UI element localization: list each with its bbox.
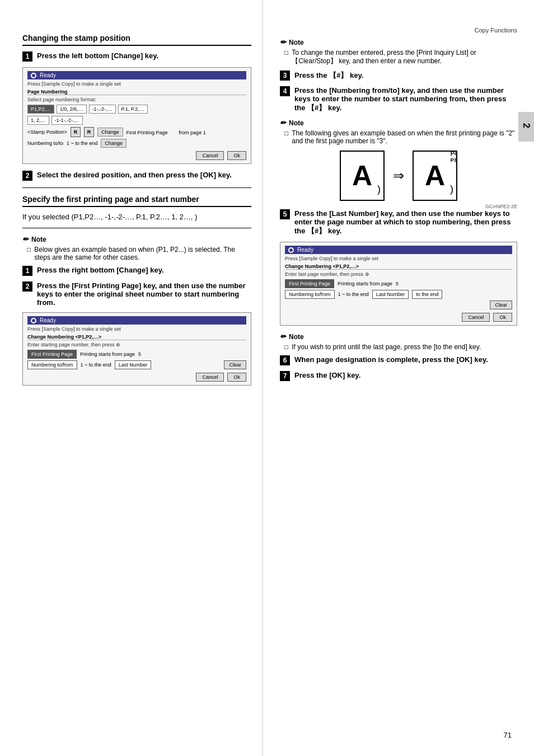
- printing-value: 5: [138, 351, 141, 357]
- note-header-right-2: ✏ Note: [280, 119, 517, 127]
- diagram-caption: GCANPE2-2E: [280, 204, 517, 209]
- page-number: 71: [504, 731, 512, 739]
- last-number-btn[interactable]: Last Number: [115, 360, 152, 369]
- from-page-value: from page 1: [179, 130, 206, 135]
- screen1-sub: Press [Sample Copy] to make a single set: [27, 81, 246, 87]
- divider-1: [22, 187, 251, 188]
- screen3-box: Ready Press [Sample Copy] to make a sing…: [280, 242, 517, 326]
- stamp-r-btn-2[interactable]: R: [84, 127, 94, 137]
- step1-number: 1: [22, 51, 32, 62]
- screen3-printing-label: Printing starts from page: [338, 281, 392, 287]
- ready-bar-2: Ready: [27, 316, 246, 325]
- step5-block: 5 Press the [Last Number] key, and then …: [280, 209, 517, 236]
- format-btn-p1p2[interactable]: P1,P2,…: [27, 105, 54, 114]
- stamp-r-btn-1[interactable]: R: [71, 127, 81, 137]
- screen3-printing-value: 5: [396, 281, 399, 287]
- format-btn-1112[interactable]: -1-1-,-2-,…: [51, 116, 83, 125]
- format-row-2: 1, 2,… -1-1-,-2-,…: [27, 116, 246, 125]
- note-icon-right-3: ✏: [280, 332, 286, 341]
- numbering-btn[interactable]: Numbering to/from: [27, 360, 77, 369]
- screen3-last-number-btn[interactable]: Last Number: [372, 290, 409, 299]
- sec2-step2-block: 2 Press the [First Printing Page] key, a…: [22, 281, 251, 307]
- left-column: Changing the stamp position 1 Press the …: [0, 0, 263, 756]
- stamp-label: <Stamp Position>: [27, 129, 67, 135]
- step6-text: When page designation is complete, press…: [294, 355, 517, 364]
- screen2-numbering-row: Numbering to/from 1 ~ to the end Last Nu…: [27, 360, 246, 369]
- sec2-step1-text: Press the right bottom [Change] key.: [37, 266, 251, 274]
- step4-text: Press the [Numbering from/to] key, and t…: [294, 86, 517, 113]
- format-btn-dash1[interactable]: -1-,-2-,…: [89, 105, 116, 114]
- numbering-range: 1 ~ to the end: [81, 362, 111, 368]
- numbering-info-row: Numbering to/to 1 ~ to the end Change: [27, 139, 246, 148]
- note-block-right-1: ✏ Note To change the number entered, pre…: [280, 38, 517, 66]
- note-item-right-1: To change the number entered, press the …: [280, 49, 517, 66]
- note-item-right-3: If you wish to print until the last page…: [280, 343, 517, 351]
- screen2-label: Change Numbering <P1,P2,…>: [27, 334, 246, 340]
- step3-block: 3 Press the 【#】 key.: [280, 71, 517, 81]
- cancel-btn-1[interactable]: Cancel: [196, 151, 224, 160]
- screen3-first-page-btn[interactable]: First Printing Page: [285, 279, 334, 288]
- step7-num: 7: [280, 371, 290, 381]
- ready-label-2: Ready: [40, 317, 56, 323]
- screen3-to-end-btn[interactable]: to the end: [412, 290, 442, 299]
- step5-num: 5: [280, 209, 290, 219]
- sec2-step1-block: 1 Press the right bottom [Change] key.: [22, 266, 251, 276]
- doc-page-2: A P4P3 ): [413, 151, 457, 201]
- ready-circle-2: [31, 318, 36, 323]
- note-item-right-2: The following gives an example based on …: [280, 129, 517, 145]
- clear-btn-2[interactable]: Clear: [224, 360, 246, 369]
- numbering-label: Numbering to/to: [27, 140, 63, 146]
- step4-num: 4: [280, 86, 290, 96]
- page2-corner: ): [450, 184, 453, 195]
- step2-text: Select the desired position, and then pr…: [37, 171, 251, 179]
- screen1-box: Ready Press [Sample Copy] to make a sing…: [22, 67, 251, 164]
- ok-btn-3[interactable]: Ok: [493, 313, 512, 322]
- stamp-change-btn[interactable]: Change: [97, 128, 123, 137]
- screen3-range: 1 ~ to the end: [338, 292, 369, 297]
- screen2-sub: Press [Sample Copy] to make a single set: [27, 326, 246, 332]
- page1-corner: ): [377, 184, 381, 195]
- divider-2: [22, 228, 251, 228]
- screen3-enter: Enter last page number, then press ⊕: [285, 271, 512, 277]
- step3-num: 3: [280, 71, 290, 81]
- clear-btn-3[interactable]: Clear: [490, 300, 512, 309]
- ready-bar-1: Ready: [27, 71, 246, 79]
- note-icon-right-2: ✏: [280, 119, 286, 127]
- stamp-row: <Stamp Position> R R Change First Printi…: [27, 127, 246, 137]
- chapter-tab: 2: [518, 112, 534, 142]
- note-icon-1: ✏: [22, 235, 29, 243]
- note-label-right-2: Note: [289, 119, 304, 127]
- format-btn-p1p2-dot[interactable]: P.1, P.2,…: [118, 105, 148, 114]
- section-intro: If you selected (P1,P2…, -1-,-2-…, P.1, …: [22, 213, 251, 221]
- step3-text: Press the 【#】 key.: [294, 71, 517, 81]
- format-btn-12[interactable]: 1, 2,…: [27, 116, 49, 125]
- numbering-change-btn[interactable]: Change: [101, 139, 127, 148]
- ok-btn-1[interactable]: Ok: [227, 151, 246, 160]
- cancel-btn-2[interactable]: Cancel: [196, 373, 224, 382]
- from-page-label: First Printing Page: [127, 130, 168, 135]
- note-block-right-3: ✏ Note If you wish to print until the la…: [280, 332, 517, 351]
- ready-circle-1: [31, 73, 36, 78]
- screen3-sub: Press [Sample Copy] to make a single set: [285, 256, 512, 261]
- step6-num: 6: [280, 355, 290, 365]
- ok-cancel-row-1: Cancel Ok: [27, 151, 246, 160]
- section-changing-stamp: Changing the stamp position 1 Press the …: [22, 34, 251, 181]
- numbering-value: 1 ~ to the end: [67, 140, 97, 146]
- screen3-label: Change Numbering <P1,P2,…>: [285, 264, 512, 270]
- first-page-btn[interactable]: First Printing Page: [27, 350, 77, 359]
- note-icon-right-1: ✏: [280, 38, 286, 46]
- note-label-1: Note: [31, 236, 46, 243]
- page-diagram: A ) ⇒ A P4P3 ) GCANPE2-2E: [280, 151, 517, 209]
- screen2-box: Ready Press [Sample Copy] to make a sing…: [22, 312, 251, 386]
- note-label-right-3: Note: [289, 333, 304, 341]
- screen3-numbering-btn[interactable]: Numbering to/from: [285, 290, 335, 299]
- note-item-1: Below gives an example based on when (P1…: [22, 246, 251, 261]
- info-row: First Printing Page from page 1: [127, 130, 206, 135]
- ok-btn-2[interactable]: Ok: [227, 373, 246, 382]
- cancel-btn-3[interactable]: Cancel: [462, 313, 490, 322]
- step1-text: Press the left bottom [Change] key.: [37, 51, 251, 60]
- screen2-enter: Enter starting page number, then press ⊕: [27, 342, 246, 348]
- format-btn-1026[interactable]: 1/0, 2/6,…: [57, 105, 87, 114]
- step5-text: Press the [Last Number] key, and then us…: [294, 209, 517, 236]
- screen1-label: Page Numbering: [27, 89, 246, 95]
